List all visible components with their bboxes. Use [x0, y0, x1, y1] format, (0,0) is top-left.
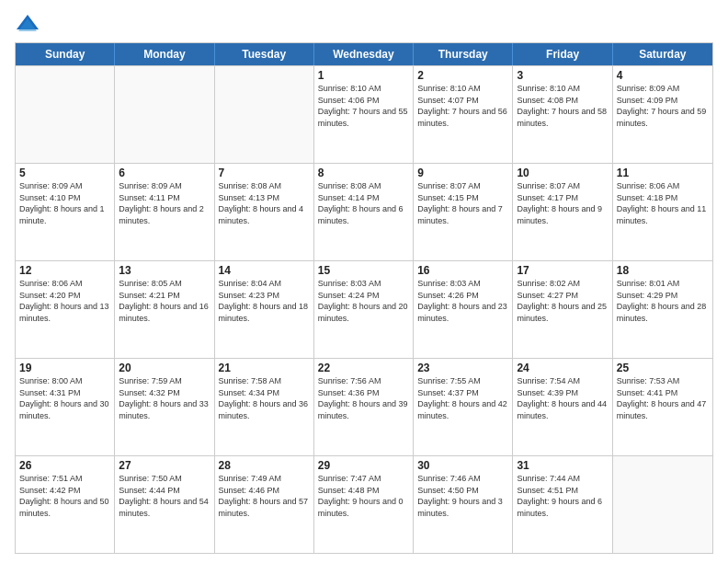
calendar-cell: 24Sunrise: 7:54 AM Sunset: 4:39 PM Dayli…: [513, 359, 612, 455]
cell-day-number: 21: [219, 362, 310, 374]
calendar-cell: 7Sunrise: 8:08 AM Sunset: 4:13 PM Daylig…: [215, 164, 314, 260]
calendar-cell: [215, 66, 314, 163]
cell-day-number: 23: [417, 362, 508, 374]
cell-day-number: 14: [219, 264, 310, 277]
day-header-friday: Friday: [513, 43, 612, 65]
calendar-cell: 25Sunrise: 7:53 AM Sunset: 4:41 PM Dayli…: [613, 359, 712, 455]
day-header-saturday: Saturday: [613, 43, 712, 65]
cell-day-number: 24: [517, 362, 608, 374]
cell-day-number: 3: [517, 69, 608, 82]
cell-info-text: Sunrise: 8:06 AM Sunset: 4:18 PM Dayligh…: [617, 180, 709, 226]
cell-day-number: 5: [19, 167, 110, 179]
cell-info-text: Sunrise: 7:49 AM Sunset: 4:46 PM Dayligh…: [219, 473, 310, 519]
calendar-cell: 27Sunrise: 7:50 AM Sunset: 4:44 PM Dayli…: [115, 456, 214, 553]
cell-info-text: Sunrise: 8:01 AM Sunset: 4:29 PM Dayligh…: [617, 278, 709, 324]
calendar-body: 1Sunrise: 8:10 AM Sunset: 4:06 PM Daylig…: [16, 65, 712, 553]
cell-info-text: Sunrise: 8:09 AM Sunset: 4:10 PM Dayligh…: [19, 180, 110, 226]
cell-day-number: 20: [119, 362, 210, 374]
cell-info-text: Sunrise: 8:03 AM Sunset: 4:26 PM Dayligh…: [417, 278, 508, 324]
calendar-cell: 12Sunrise: 8:06 AM Sunset: 4:20 PM Dayli…: [16, 261, 115, 358]
cell-info-text: Sunrise: 7:53 AM Sunset: 4:41 PM Dayligh…: [617, 375, 709, 421]
cell-info-text: Sunrise: 8:07 AM Sunset: 4:17 PM Dayligh…: [517, 180, 608, 226]
logo: [15, 11, 44, 37]
cell-info-text: Sunrise: 8:08 AM Sunset: 4:14 PM Dayligh…: [318, 180, 409, 226]
calendar-row-1: 5Sunrise: 8:09 AM Sunset: 4:10 PM Daylig…: [16, 163, 712, 260]
cell-info-text: Sunrise: 8:05 AM Sunset: 4:21 PM Dayligh…: [119, 278, 210, 324]
calendar-cell: 6Sunrise: 8:09 AM Sunset: 4:11 PM Daylig…: [115, 164, 214, 260]
calendar-cell: 4Sunrise: 8:09 AM Sunset: 4:09 PM Daylig…: [613, 66, 712, 163]
cell-info-text: Sunrise: 8:09 AM Sunset: 4:11 PM Dayligh…: [119, 180, 210, 226]
cell-day-number: 22: [318, 362, 409, 374]
cell-info-text: Sunrise: 7:47 AM Sunset: 4:48 PM Dayligh…: [318, 473, 409, 519]
cell-day-number: 19: [19, 362, 110, 374]
calendar-cell: 26Sunrise: 7:51 AM Sunset: 4:42 PM Dayli…: [16, 456, 115, 553]
cell-day-number: 15: [318, 264, 409, 277]
cell-info-text: Sunrise: 8:03 AM Sunset: 4:24 PM Dayligh…: [318, 278, 409, 324]
day-header-wednesday: Wednesday: [314, 43, 414, 65]
cell-day-number: 1: [318, 69, 409, 82]
cell-info-text: Sunrise: 8:06 AM Sunset: 4:20 PM Dayligh…: [19, 278, 110, 324]
calendar-cell: 20Sunrise: 7:59 AM Sunset: 4:32 PM Dayli…: [115, 359, 214, 455]
cell-day-number: 12: [19, 264, 110, 277]
cell-info-text: Sunrise: 7:51 AM Sunset: 4:42 PM Dayligh…: [19, 473, 110, 519]
cell-info-text: Sunrise: 8:08 AM Sunset: 4:13 PM Dayligh…: [219, 180, 310, 226]
cell-day-number: 27: [119, 459, 210, 472]
cell-info-text: Sunrise: 8:00 AM Sunset: 4:31 PM Dayligh…: [19, 375, 110, 421]
cell-day-number: 30: [417, 459, 508, 472]
calendar-row-3: 19Sunrise: 8:00 AM Sunset: 4:31 PM Dayli…: [16, 358, 712, 455]
cell-day-number: 17: [517, 264, 608, 277]
calendar-row-4: 26Sunrise: 7:51 AM Sunset: 4:42 PM Dayli…: [16, 455, 712, 553]
cell-info-text: Sunrise: 7:59 AM Sunset: 4:32 PM Dayligh…: [119, 375, 210, 421]
cell-day-number: 29: [318, 459, 409, 472]
calendar-cell: 23Sunrise: 7:55 AM Sunset: 4:37 PM Dayli…: [414, 359, 513, 455]
cell-day-number: 10: [517, 167, 608, 179]
cell-info-text: Sunrise: 8:02 AM Sunset: 4:27 PM Dayligh…: [517, 278, 608, 324]
day-headers: SundayMondayTuesdayWednesdayThursdayFrid…: [16, 43, 712, 65]
cell-info-text: Sunrise: 7:44 AM Sunset: 4:51 PM Dayligh…: [517, 473, 608, 519]
cell-info-text: Sunrise: 8:07 AM Sunset: 4:15 PM Dayligh…: [417, 180, 508, 226]
day-header-tuesday: Tuesday: [215, 43, 314, 65]
cell-info-text: Sunrise: 7:56 AM Sunset: 4:36 PM Dayligh…: [318, 375, 409, 421]
calendar-cell: 17Sunrise: 8:02 AM Sunset: 4:27 PM Dayli…: [513, 261, 612, 358]
calendar-cell: 9Sunrise: 8:07 AM Sunset: 4:15 PM Daylig…: [414, 164, 513, 260]
cell-info-text: Sunrise: 7:58 AM Sunset: 4:34 PM Dayligh…: [219, 375, 310, 421]
calendar: SundayMondayTuesdayWednesdayThursdayFrid…: [15, 42, 713, 554]
calendar-cell: 1Sunrise: 8:10 AM Sunset: 4:06 PM Daylig…: [314, 66, 414, 163]
cell-info-text: Sunrise: 7:55 AM Sunset: 4:37 PM Dayligh…: [417, 375, 508, 421]
cell-day-number: 18: [617, 264, 709, 277]
cell-info-text: Sunrise: 8:09 AM Sunset: 4:09 PM Dayligh…: [617, 83, 709, 129]
cell-day-number: 6: [119, 167, 210, 179]
cell-day-number: 11: [617, 167, 709, 179]
calendar-cell: 28Sunrise: 7:49 AM Sunset: 4:46 PM Dayli…: [215, 456, 314, 553]
calendar-cell: 30Sunrise: 7:46 AM Sunset: 4:50 PM Dayli…: [414, 456, 513, 553]
calendar-cell: 13Sunrise: 8:05 AM Sunset: 4:21 PM Dayli…: [115, 261, 214, 358]
cell-day-number: 4: [617, 69, 709, 82]
calendar-cell: 11Sunrise: 8:06 AM Sunset: 4:18 PM Dayli…: [613, 164, 712, 260]
calendar-row-0: 1Sunrise: 8:10 AM Sunset: 4:06 PM Daylig…: [16, 65, 712, 163]
calendar-cell: 31Sunrise: 7:44 AM Sunset: 4:51 PM Dayli…: [513, 456, 612, 553]
cell-day-number: 28: [219, 459, 310, 472]
logo-icon: [15, 11, 40, 37]
day-header-thursday: Thursday: [414, 43, 513, 65]
cell-day-number: 7: [219, 167, 310, 179]
cell-day-number: 13: [119, 264, 210, 277]
calendar-cell: [613, 456, 712, 553]
cell-info-text: Sunrise: 7:46 AM Sunset: 4:50 PM Dayligh…: [417, 473, 508, 519]
calendar-cell: 18Sunrise: 8:01 AM Sunset: 4:29 PM Dayli…: [613, 261, 712, 358]
day-header-monday: Monday: [115, 43, 214, 65]
cell-day-number: 16: [417, 264, 508, 277]
cell-day-number: 26: [19, 459, 110, 472]
cell-info-text: Sunrise: 8:10 AM Sunset: 4:08 PM Dayligh…: [517, 83, 608, 129]
header: [15, 11, 713, 37]
calendar-cell: 3Sunrise: 8:10 AM Sunset: 4:08 PM Daylig…: [513, 66, 612, 163]
calendar-cell: 21Sunrise: 7:58 AM Sunset: 4:34 PM Dayli…: [215, 359, 314, 455]
cell-info-text: Sunrise: 7:54 AM Sunset: 4:39 PM Dayligh…: [517, 375, 608, 421]
cell-day-number: 25: [617, 362, 709, 374]
calendar-cell: 5Sunrise: 8:09 AM Sunset: 4:10 PM Daylig…: [16, 164, 115, 260]
calendar-cell: 16Sunrise: 8:03 AM Sunset: 4:26 PM Dayli…: [414, 261, 513, 358]
cell-info-text: Sunrise: 8:10 AM Sunset: 4:06 PM Dayligh…: [318, 83, 409, 129]
cell-info-text: Sunrise: 8:10 AM Sunset: 4:07 PM Dayligh…: [417, 83, 508, 129]
calendar-cell: [16, 66, 115, 163]
calendar-cell: 10Sunrise: 8:07 AM Sunset: 4:17 PM Dayli…: [513, 164, 612, 260]
calendar-cell: [115, 66, 214, 163]
